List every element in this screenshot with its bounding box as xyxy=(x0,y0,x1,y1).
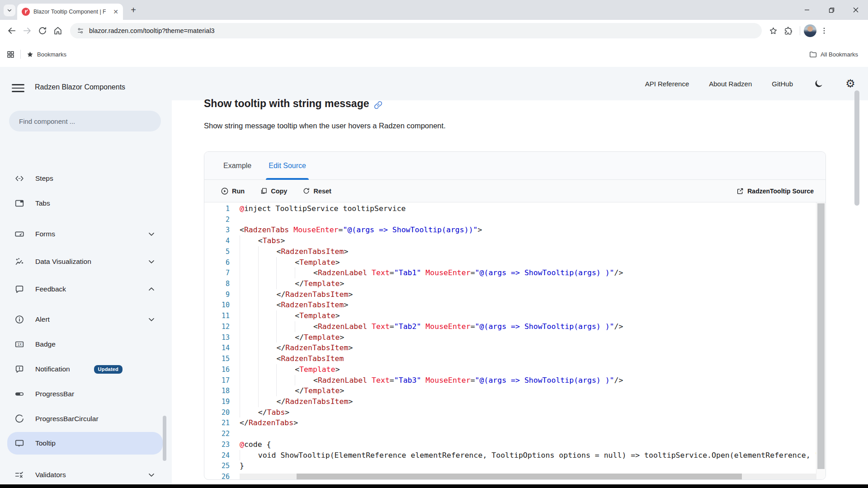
hamburger-menu-icon[interactable] xyxy=(12,83,24,94)
search-input[interactable] xyxy=(9,111,161,131)
indent-guide xyxy=(276,267,295,278)
line-number: 12 xyxy=(204,322,230,333)
component-source-link[interactable]: RadzenTooltip Source xyxy=(736,188,814,195)
indent-guide xyxy=(240,235,258,246)
code-editor[interactable]: 1@inject TooltipService tooltipService23… xyxy=(204,202,816,479)
alert-icon xyxy=(14,314,25,325)
sidebar-item-label: Validators xyxy=(35,471,66,479)
reset-button[interactable]: Reset xyxy=(302,187,331,195)
line-number: 3 xyxy=(204,225,230,236)
apps-grid-icon[interactable] xyxy=(6,50,15,59)
profile-avatar[interactable] xyxy=(804,24,816,37)
indent-guide xyxy=(258,257,277,268)
indent-guide xyxy=(240,289,258,300)
indent-guide xyxy=(240,375,258,386)
divider xyxy=(20,50,21,59)
indent-guide xyxy=(258,385,277,396)
indent-guide xyxy=(258,364,277,375)
code-line: 13</Template> xyxy=(204,332,816,343)
bookmark-star-icon[interactable] xyxy=(765,23,781,38)
demo-tabs: Example Edit Source xyxy=(204,152,826,180)
page-scrollbar[interactable] xyxy=(854,90,859,206)
tab-edit-source[interactable]: Edit Source xyxy=(269,152,306,180)
browser-toolbar: blazor.radzen.com/tooltip?theme=material… xyxy=(0,20,868,42)
new-tab-button[interactable]: + xyxy=(128,5,138,15)
chevron-down-icon[interactable] xyxy=(146,229,156,239)
sidebar-item-notification[interactable]: NotificationUpdated xyxy=(7,359,163,379)
code-horizontal-scrollbar[interactable] xyxy=(240,474,816,479)
indent-guide xyxy=(240,407,258,418)
sidebar-item-tabs[interactable]: Tabs xyxy=(7,193,163,213)
indent-guide xyxy=(276,385,295,396)
sidebar-item-feedback[interactable]: Feedback xyxy=(7,279,163,299)
reset-icon xyxy=(302,187,310,195)
nav-item-github[interactable]: GitHub xyxy=(772,80,793,88)
sidebar-item-data-visualization[interactable]: Data Visualization xyxy=(7,252,163,272)
indent-guide xyxy=(240,278,258,289)
code-line: 17<RadzenLabel Text="Tab3" MouseEnter="@… xyxy=(204,375,816,386)
copy-button[interactable]: Copy xyxy=(260,187,287,195)
sidebar-item-validators[interactable]: Validators xyxy=(7,465,163,485)
run-button[interactable]: Run xyxy=(221,187,245,195)
all-bookmarks[interactable]: All Bookmarks xyxy=(809,50,858,59)
tab-title: Blazor Tooltip Component | Free xyxy=(33,9,106,15)
code-line: 7<RadzenLabel Text="Tab1" MouseEnter="@(… xyxy=(204,267,816,278)
sidebar-item-badge[interactable]: 1XBadge xyxy=(7,334,163,354)
extensions-icon[interactable] xyxy=(781,23,796,38)
site-info-icon[interactable] xyxy=(76,27,85,35)
nav-item-about-radzen[interactable]: About Radzen xyxy=(709,80,752,88)
sidebar: StepsTabsFormsData VisualizationFeedback… xyxy=(0,100,172,484)
restore-icon[interactable] xyxy=(819,0,844,20)
forward-icon[interactable] xyxy=(19,23,35,38)
copy-icon xyxy=(260,187,268,195)
code-line: 15<RadzenTabsItem xyxy=(204,353,816,364)
anchor-link-icon[interactable] xyxy=(373,100,383,110)
sidebar-item-progressbar[interactable]: ProgressBar xyxy=(7,384,163,404)
indent-guide xyxy=(258,300,277,310)
browser-tab[interactable]: Blazor Tooltip Component | Free ✕ xyxy=(17,4,123,20)
sidebar-scrollbar[interactable] xyxy=(163,416,166,461)
close-icon[interactable] xyxy=(844,0,868,20)
indent-guide xyxy=(240,257,258,268)
home-icon[interactable] xyxy=(50,23,66,38)
back-icon[interactable] xyxy=(4,23,19,38)
code-line: 20</Tabs> xyxy=(204,407,816,418)
section-heading: Show tooltip with string message xyxy=(204,100,383,110)
bookmarks-label[interactable]: Bookmarks xyxy=(37,51,66,58)
feedback-icon xyxy=(14,283,25,295)
settings-gear-icon[interactable]: ⚙ xyxy=(844,78,856,89)
nav-item-api-reference[interactable]: API Reference xyxy=(645,80,689,88)
sidebar-item-tooltip[interactable]: Tooltip xyxy=(7,432,163,455)
chevron-down-icon[interactable] xyxy=(146,314,156,324)
indent-guide xyxy=(295,321,313,332)
chevron-down-icon[interactable] xyxy=(146,470,156,480)
code-line: 19</RadzenTabsItem> xyxy=(204,396,816,407)
reload-icon[interactable] xyxy=(35,23,50,38)
tab-search-button[interactable] xyxy=(4,5,15,16)
tab-example[interactable]: Example xyxy=(223,152,251,180)
tab-close-icon[interactable]: ✕ xyxy=(113,9,118,15)
notification-icon xyxy=(14,363,25,375)
chevron-up-icon[interactable] xyxy=(146,284,156,294)
url-bar[interactable]: blazor.radzen.com/tooltip?theme=material… xyxy=(70,23,762,38)
code-line: 11<Template> xyxy=(204,310,816,321)
line-number: 4 xyxy=(204,236,230,247)
window-controls xyxy=(795,0,868,20)
code-line: 21</RadzenTabs> xyxy=(204,418,816,428)
svg-text:1X: 1X xyxy=(17,343,22,347)
code-vertical-scrollbar[interactable] xyxy=(816,202,826,479)
kebab-menu-icon[interactable] xyxy=(816,23,832,38)
chevron-down-icon[interactable] xyxy=(146,257,156,267)
sidebar-item-alert[interactable]: Alert xyxy=(7,310,163,329)
sidebar-item-progressbarcircular[interactable]: ProgressBarCircular xyxy=(7,409,163,429)
code-line: 24void ShowTooltip(ElementReference elem… xyxy=(204,450,816,461)
dark-mode-moon-icon[interactable] xyxy=(813,78,825,89)
minimize-icon[interactable] xyxy=(795,0,819,20)
indent-guide xyxy=(276,375,295,386)
badge-icon: 1X xyxy=(14,338,25,350)
indent-guide xyxy=(240,343,258,353)
sidebar-item-forms[interactable]: Forms xyxy=(7,224,163,244)
indent-guide xyxy=(276,321,295,332)
sidebar-item-steps[interactable]: Steps xyxy=(7,169,163,188)
code-line: 22 xyxy=(204,428,816,439)
